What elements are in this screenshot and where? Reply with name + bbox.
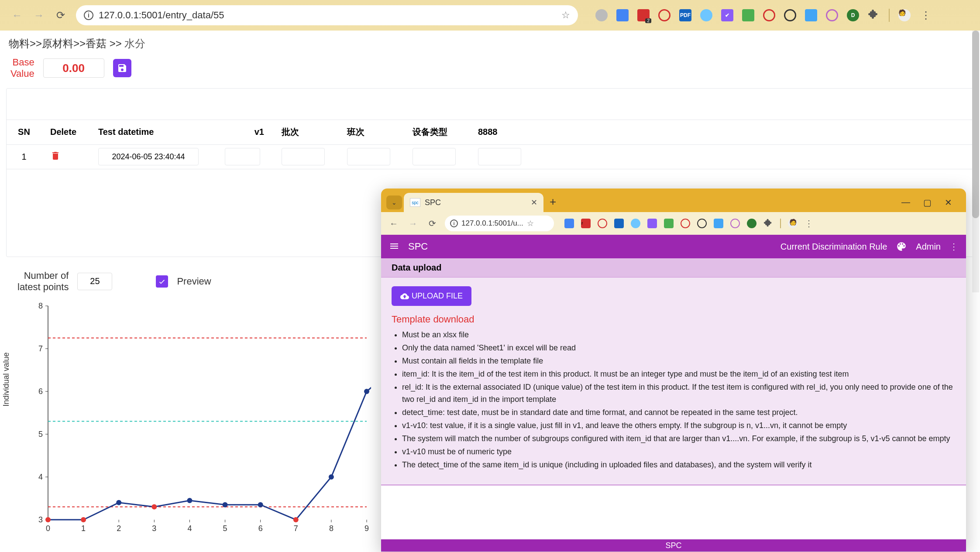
svg-point-40 (187, 497, 192, 503)
new-tab-button[interactable]: + (550, 195, 556, 209)
svg-text:0: 0 (46, 524, 50, 533)
breadcrumb-seg[interactable]: 香菇 (86, 38, 107, 49)
menu-icon[interactable] (389, 241, 399, 253)
ext-green-icon[interactable] (664, 219, 674, 228)
col-datetime: Test datetime (89, 120, 216, 144)
v1-input[interactable] (225, 148, 260, 165)
ext-check-icon[interactable]: ✔ (721, 9, 733, 21)
window-controls: — ▢ ✕ (901, 197, 952, 208)
forward-icon[interactable]: → (32, 9, 45, 22)
breadcrumb-seg[interactable]: 物料 (9, 38, 30, 49)
minimize-icon[interactable]: — (901, 197, 910, 208)
adblock-icon[interactable] (598, 219, 607, 228)
save-button[interactable] (113, 59, 131, 77)
main-address-bar[interactable]: i 127.0.0.1:5001/entry_data/55 ☆ (76, 5, 578, 25)
bookmark-star-icon[interactable]: ☆ (561, 10, 570, 21)
app-title: SPC (408, 241, 428, 252)
c8888-input[interactable] (478, 148, 521, 165)
ext-purp-icon[interactable] (826, 9, 838, 21)
user-menu-icon[interactable]: ⋮ (949, 241, 958, 252)
ext-sq-icon[interactable] (805, 9, 817, 21)
pdf-icon[interactable]: PDF (679, 9, 691, 21)
base-value-input[interactable] (43, 58, 104, 78)
device-input[interactable] (413, 148, 456, 165)
ext-d-icon[interactable] (747, 219, 756, 228)
reload-icon[interactable]: ⟳ (54, 9, 67, 22)
template-download-link[interactable]: Template download (392, 314, 956, 325)
maximize-icon[interactable]: ▢ (923, 197, 932, 208)
favicon-icon: spc (410, 198, 420, 207)
svg-text:8: 8 (38, 302, 43, 310)
ext-red-icon[interactable]: 2 (581, 219, 591, 228)
col-shift: 班次 (338, 120, 404, 144)
forward-icon[interactable]: → (406, 217, 420, 230)
points-label: Number of latest points (17, 270, 69, 293)
profile-avatar-icon[interactable]: 🧑 (788, 219, 798, 228)
translate-icon[interactable] (564, 219, 574, 228)
back-icon[interactable]: ← (387, 217, 400, 230)
bookmark-star-icon[interactable]: ☆ (527, 219, 534, 228)
discrimination-rule-link[interactable]: Current Discrimination Rule (781, 242, 887, 252)
delete-icon[interactable] (50, 151, 61, 161)
ext-purp-icon[interactable] (730, 219, 740, 228)
back-icon[interactable]: ← (10, 9, 24, 22)
tab-bar: ⌄ spc SPC ✕ + — ▢ ✕ (381, 189, 966, 212)
svg-text:7: 7 (38, 344, 43, 353)
upload-file-button[interactable]: UPLOAD FILE (392, 286, 471, 306)
svg-text:6: 6 (258, 524, 263, 533)
points-input[interactable] (77, 273, 112, 290)
ext-sq-icon[interactable] (714, 219, 723, 228)
sec-extension-icons: 2 🧑 ⋮ (564, 218, 813, 229)
profile-avatar-icon[interactable]: 🧑 (898, 9, 911, 21)
preview-checkbox[interactable] (156, 275, 168, 288)
shift-input[interactable] (347, 148, 390, 165)
user-name[interactable]: Admin (916, 242, 941, 252)
note-item: detect_time: test date, must be in stand… (402, 406, 956, 418)
adblock-icon[interactable] (658, 9, 671, 21)
ext-check-icon[interactable] (647, 219, 657, 228)
batch-input[interactable] (282, 148, 325, 165)
tab-close-icon[interactable]: ✕ (531, 198, 537, 207)
info-icon[interactable]: i (84, 10, 93, 20)
col-sn: SN (7, 120, 41, 144)
ext-blue-icon[interactable] (700, 9, 712, 21)
pdf-icon[interactable] (614, 219, 624, 228)
ext-d-icon[interactable]: D (847, 9, 859, 21)
note-item: Must be an xlsx file (402, 329, 956, 341)
translate-icon[interactable] (616, 9, 629, 21)
info-icon[interactable]: i (450, 219, 458, 227)
ext-ring-icon[interactable] (681, 219, 690, 228)
svg-point-38 (116, 500, 121, 505)
reload-icon[interactable]: ⟳ (426, 217, 439, 230)
ext-blue-icon[interactable] (631, 219, 640, 228)
divider (889, 9, 890, 22)
svg-text:9: 9 (364, 524, 369, 533)
breadcrumb-seg[interactable]: 原材料 (42, 38, 73, 49)
app-header: SPC Current Discrimination Rule Admin ⋮ (381, 235, 966, 258)
palette-icon[interactable] (896, 241, 907, 252)
upload-section: Data upload UPLOAD FILE Template downloa… (381, 258, 966, 485)
y-axis-label: Individual value (2, 352, 11, 406)
check-icon (158, 278, 166, 285)
svg-point-41 (223, 502, 228, 507)
ext-block-icon[interactable] (784, 9, 796, 21)
scrollbar-thumb[interactable] (972, 31, 979, 218)
ext-ring-icon[interactable] (763, 9, 775, 21)
datetime-input[interactable] (98, 148, 199, 165)
note-item: rel_id: It is the external associated ID… (402, 381, 956, 405)
ext-block-icon[interactable] (697, 219, 707, 228)
ext-red-icon[interactable]: 2 (637, 9, 650, 21)
close-icon[interactable]: ✕ (945, 197, 952, 208)
extensions-menu-icon[interactable] (868, 9, 880, 21)
ext-green-icon[interactable] (742, 9, 754, 21)
browser-menu-icon[interactable]: ⋮ (805, 218, 813, 229)
ext-icon[interactable] (595, 9, 608, 21)
extensions-menu-icon[interactable] (763, 219, 773, 228)
browser-menu-icon[interactable]: ⋮ (919, 9, 932, 22)
sec-address-bar[interactable]: i 127.0.0.1:5001/u... ☆ (445, 216, 554, 231)
col-device: 设备类型 (404, 120, 469, 144)
tab-search-icon[interactable]: ⌄ (386, 195, 402, 209)
base-value-row: Base Value (0, 57, 980, 88)
sec-url: 127.0.0.1:5001/u... (461, 219, 523, 228)
browser-tab[interactable]: spc SPC ✕ (404, 193, 543, 212)
